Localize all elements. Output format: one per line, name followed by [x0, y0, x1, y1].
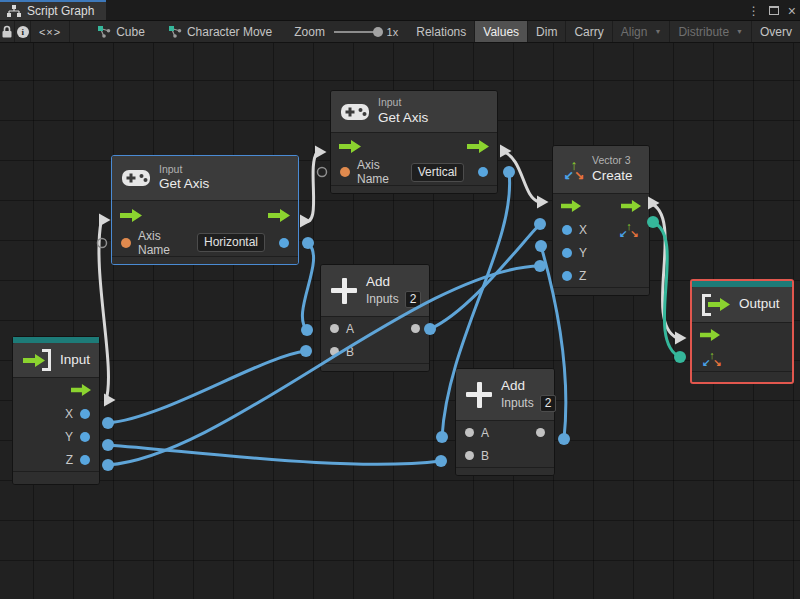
y-port[interactable] [562, 248, 572, 258]
menu-icon[interactable]: ⋮ [748, 4, 760, 18]
breadcrumb-graph-cube[interactable]: Cube [90, 21, 153, 42]
input-a-port[interactable] [330, 324, 339, 333]
button-label: Carry [574, 25, 603, 39]
lock-button[interactable] [0, 21, 15, 42]
node-get-axis-vertical[interactable]: Input Get Axis Axis Name Vertical [330, 90, 498, 194]
node-title: Input [60, 352, 90, 369]
button-label: Dim [536, 25, 557, 39]
vector3-icon: ↑ ↙ ↘ [563, 160, 585, 180]
axis-name-port[interactable] [121, 238, 131, 248]
node-header[interactable]: Input [13, 343, 99, 378]
input-b-port[interactable] [465, 451, 474, 460]
zoom-slider[interactable] [334, 31, 381, 33]
breadcrumb-graph-character-move[interactable]: Character Move [161, 21, 280, 42]
input-icon [23, 349, 51, 371]
z-port[interactable] [562, 271, 572, 281]
values-button[interactable]: Values [475, 21, 528, 42]
flow-out-port[interactable] [621, 200, 641, 212]
flow-in-port[interactable] [700, 329, 720, 341]
chevron-down-icon: ▼ [736, 28, 743, 35]
graph-node-icon [98, 26, 111, 38]
vector3-in-port[interactable]: ↑ ↙ ↘ [701, 351, 723, 367]
port-row-a: A [321, 317, 429, 340]
add-icon [331, 278, 357, 304]
node-subtitle: Input [159, 163, 209, 177]
flow-out-port[interactable] [71, 384, 91, 396]
axis-name-port[interactable] [340, 167, 350, 177]
node-title: Create [592, 168, 633, 185]
inputs-label: Inputs [501, 396, 534, 410]
node-get-axis-horizontal[interactable]: Input Get Axis Axis Name Horizontal [111, 155, 299, 265]
x-out-port[interactable] [80, 409, 90, 419]
button-label: Overv [760, 25, 792, 39]
port-label: X [65, 407, 73, 421]
sum-out-port[interactable] [536, 428, 545, 437]
flow-out-port[interactable] [268, 209, 290, 222]
x-port[interactable] [562, 225, 572, 235]
port-label: Z [66, 453, 73, 467]
flow-row [331, 133, 497, 159]
code-view-button[interactable]: <×> [31, 21, 70, 42]
lock-icon [1, 25, 13, 38]
inputs-count-field[interactable]: 2 [540, 395, 557, 412]
breadcrumb-label: Cube [116, 25, 145, 39]
node-header[interactable]: Add Inputs 2 [456, 369, 554, 421]
axis-name-field[interactable]: Horizontal [197, 233, 265, 252]
zoom-slider-handle[interactable] [373, 27, 383, 37]
tab-title: Script Graph [27, 4, 94, 18]
flow-in-port[interactable] [339, 140, 361, 153]
node-subtitle: Input [378, 96, 428, 110]
sum-out-port[interactable] [411, 324, 420, 333]
node-add-2[interactable]: Add Inputs 2 A B [455, 368, 555, 476]
chevron-down-icon: ▼ [654, 28, 661, 35]
node-header[interactable]: Input Get Axis [112, 156, 298, 201]
input-a-port[interactable] [465, 428, 474, 437]
code-icon: <×> [39, 26, 61, 38]
z-out-port[interactable] [80, 455, 90, 465]
button-label: Distribute [678, 25, 729, 39]
node-add-1[interactable]: Add Inputs 2 A B [320, 264, 430, 372]
node-input[interactable]: Input X Y Z [12, 336, 100, 485]
info-button[interactable]: i [15, 21, 30, 42]
input-b-port[interactable] [330, 347, 339, 356]
axis-name-field[interactable]: Vertical [411, 163, 464, 182]
graph-canvas[interactable]: Input Get Axis Axis Name Vertical [0, 43, 800, 599]
flow-in-port[interactable] [561, 200, 581, 212]
param-label: Axis Name [357, 158, 404, 186]
y-out-port[interactable] [80, 432, 90, 442]
carry-button[interactable]: Carry [566, 21, 612, 42]
node-header[interactable]: Output [692, 287, 792, 323]
node-header[interactable]: Input Get Axis [331, 91, 497, 133]
port-label: A [481, 426, 489, 440]
node-output[interactable]: Output ↑ ↙ ↘ [690, 279, 794, 384]
value-out-port[interactable] [279, 238, 289, 248]
distribute-dropdown[interactable]: Distribute ▼ [670, 21, 752, 42]
button-label: Values [483, 25, 519, 39]
value-out-port[interactable] [478, 167, 488, 177]
vector3-out-port[interactable]: ↑ ↙ ↘ [618, 222, 640, 238]
tab-bar: Script Graph ⋮ × [0, 0, 800, 21]
button-label: Relations [416, 25, 466, 39]
close-icon[interactable]: × [788, 6, 796, 16]
inputs-count-field[interactable]: 2 [405, 291, 422, 308]
dim-button[interactable]: Dim [528, 21, 566, 42]
flow-out-port[interactable] [467, 140, 489, 153]
port-row-x: X ↑ ↙ ↘ [553, 218, 649, 241]
node-header[interactable]: Add Inputs 2 [321, 265, 429, 317]
graph-node-icon [169, 26, 182, 38]
flow-in-port[interactable] [120, 209, 142, 222]
port-label: A [346, 322, 354, 336]
maximize-icon[interactable] [769, 6, 779, 15]
node-header[interactable]: ↑ ↙ ↘ Vector 3 Create [553, 146, 649, 194]
node-vector3-create[interactable]: ↑ ↙ ↘ Vector 3 Create X ↑ ↙ [552, 145, 650, 296]
node-title: Add [501, 378, 556, 393]
overview-button[interactable]: Overv [752, 21, 800, 42]
align-dropdown[interactable]: Align ▼ [613, 21, 671, 42]
tab-script-graph[interactable]: Script Graph [0, 0, 106, 20]
node-footer [553, 287, 649, 295]
param-row: Axis Name Vertical [331, 159, 497, 185]
flow-row [112, 201, 298, 229]
graph-toolbar: i <×> Cube Character Move Zoom [0, 21, 800, 43]
info-icon: i [17, 26, 29, 38]
relations-button[interactable]: Relations [408, 21, 475, 42]
